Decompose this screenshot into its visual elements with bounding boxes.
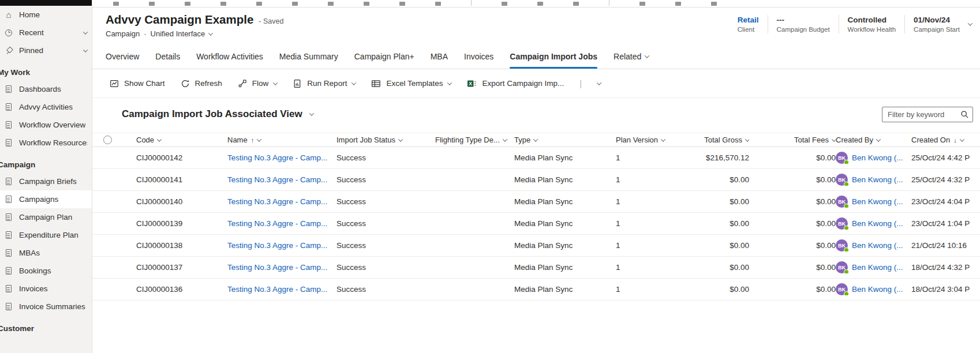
created-by-link[interactable]: Ben Kwong (... [852, 197, 903, 206]
record-link[interactable]: Testing No.3 Aggre - Camp... [227, 175, 327, 184]
created-by-link[interactable]: Ben Kwong (... [852, 219, 903, 228]
command-bar-icon[interactable] [149, 2, 155, 6]
clipped-command-bar [92, 0, 980, 7]
table-row[interactable]: CIJ00000137Testing No.3 Aggre - Camp...S… [92, 257, 980, 279]
sidebar-item-home[interactable]: ⌂Home [0, 6, 92, 24]
toolbar-export-campaign-imp-button[interactable]: XExport Campaign Imp... [467, 79, 564, 88]
column-header-code[interactable]: Code [136, 136, 227, 144]
column-header-type[interactable]: Type [514, 136, 616, 144]
toolbar-excel-templates-button[interactable]: Excel Templates [371, 79, 451, 88]
sidebar-item-dashboards[interactable]: Dashboards [0, 80, 92, 98]
created-by-link[interactable]: Ben Kwong (... [852, 241, 903, 250]
command-bar-icon[interactable] [185, 2, 190, 6]
clock-icon [4, 29, 13, 36]
tab-overview[interactable]: Overview [106, 44, 139, 69]
pin-icon [4, 47, 13, 54]
filter-box [882, 107, 973, 122]
select-all-checkbox[interactable] [103, 136, 112, 144]
toolbar-flow-button[interactable]: Flow [238, 79, 278, 88]
command-bar-icon[interactable] [537, 2, 543, 6]
sidebar-item-campaign-plan[interactable]: Campaign Plan [0, 208, 92, 226]
created-by-link[interactable]: Ben Kwong (... [852, 285, 903, 294]
command-bar-icon[interactable] [675, 2, 681, 6]
stat-value[interactable]: Retail [738, 16, 759, 24]
command-bar-icon[interactable] [292, 2, 298, 6]
cell-total_gross: $0.00 [681, 175, 749, 184]
record-link[interactable]: Testing No.3 Aggre - Camp... [227, 285, 327, 294]
command-bar-icon[interactable] [711, 2, 717, 6]
tab-mba[interactable]: MBA [431, 44, 448, 69]
sidebar-item-bookings[interactable]: Bookings [0, 262, 92, 280]
search-icon[interactable] [960, 110, 969, 121]
command-bar-icon[interactable] [573, 2, 579, 6]
table-row[interactable]: CIJ00000138Testing No.3 Aggre - Camp...S… [92, 235, 980, 257]
tab-media-summary[interactable]: Media Summary [279, 44, 338, 69]
command-bar-icon[interactable] [399, 2, 405, 6]
column-header-flighting-type-de[interactable]: Flighting Type De... [435, 136, 514, 144]
toolbar-show-chart-button[interactable]: Show Chart [110, 79, 165, 88]
column-header-label: Created By [836, 136, 873, 144]
avatar: BK [836, 217, 848, 230]
toolbar-refresh-button[interactable]: Refresh [181, 79, 222, 88]
record-link[interactable]: Testing No.3 Aggre - Camp... [227, 263, 327, 272]
sidebar-item-advvy-activities[interactable]: Advvy Activities [0, 98, 92, 116]
sidebar-item-invoices[interactable]: Invoices [0, 280, 92, 298]
table-row[interactable]: CIJ00000136Testing No.3 Aggre - Camp...S… [92, 279, 980, 301]
tab-details[interactable]: Details [155, 44, 180, 69]
tab-label: MBA [431, 52, 448, 61]
chevron-down-icon[interactable] [208, 31, 213, 35]
command-bar-icon[interactable] [364, 2, 369, 6]
table-row[interactable]: CIJ00000142Testing No.3 Aggre - Camp...S… [92, 147, 980, 169]
sidebar-item-campaign-briefs[interactable]: Campaign Briefs [0, 172, 92, 190]
sidebar-item-campaigns[interactable]: Campaigns [0, 190, 92, 208]
sidebar-item-workflow-resources[interactable]: Workflow Resources [0, 134, 92, 152]
sidebar-item-label: Invoices [19, 284, 48, 293]
header-collapse-chevron-icon[interactable] [968, 21, 972, 25]
record-link[interactable]: Testing No.3 Aggre - Camp... [227, 219, 327, 228]
record-link[interactable]: Testing No.3 Aggre - Camp... [227, 153, 327, 162]
tab-campaign-import-jobs[interactable]: Campaign Import Jobs [510, 44, 597, 69]
expenditure-plan-icon [4, 231, 13, 239]
column-header-plan-version[interactable]: Plan Version [616, 136, 681, 144]
created-by-link[interactable]: Ben Kwong (... [852, 153, 903, 162]
sidebar-item-pinned[interactable]: Pinned [0, 42, 92, 59]
column-header-import-job-status[interactable]: Import Job Status [336, 136, 435, 144]
column-header-created-on[interactable]: Created On↓ [911, 136, 980, 144]
toolbar-run-report-button[interactable]: Run Report [293, 79, 356, 88]
interface-switcher[interactable]: Unified Interface [151, 29, 205, 38]
command-bar-icon[interactable] [435, 2, 441, 6]
column-header-name[interactable]: Name↑ [227, 136, 336, 144]
column-header-total-fees[interactable]: Total Fees [749, 136, 836, 144]
view-selector[interactable]: Campaign Import Job Associated View [122, 108, 313, 120]
filter-keyword-input[interactable] [882, 107, 973, 122]
command-bar-icon[interactable] [502, 2, 507, 6]
toolbar-overflow-chevron-icon[interactable] [597, 80, 601, 85]
command-bar-icon[interactable] [256, 2, 262, 6]
tab-invoices[interactable]: Invoices [464, 44, 493, 69]
tab-related[interactable]: Related [614, 44, 649, 69]
table-row[interactable]: CIJ00000141Testing No.3 Aggre - Camp...S… [92, 169, 980, 191]
sidebar-item-expenditure-plan[interactable]: Expenditure Plan [0, 226, 92, 244]
chevron-down-icon[interactable] [83, 29, 88, 34]
sidebar-item-recent[interactable]: Recent [0, 24, 92, 42]
sidebar-item-invoice-summaries[interactable]: Invoice Summaries [0, 298, 92, 316]
tab-label: Details [155, 52, 180, 61]
column-header-total-gross[interactable]: Total Gross [681, 136, 749, 144]
created-by-link[interactable]: Ben Kwong (... [852, 175, 903, 184]
column-header-created-by[interactable]: Created By [836, 136, 911, 144]
cell-created_on: 23/Oct/24 1:04 P [911, 219, 980, 228]
command-bar-icon[interactable] [113, 2, 119, 6]
chevron-down-icon[interactable] [83, 47, 88, 52]
table-row[interactable]: CIJ00000139Testing No.3 Aggre - Camp...S… [92, 213, 980, 235]
created-by-link[interactable]: Ben Kwong (... [852, 263, 903, 272]
command-bar-icon[interactable] [328, 2, 334, 6]
sidebar-item-workflow-overview[interactable]: Workflow Overview [0, 116, 92, 134]
tab-campaign-plan[interactable]: Campaign Plan+ [354, 44, 414, 69]
record-link[interactable]: Testing No.3 Aggre - Camp... [227, 241, 327, 250]
command-bar-icon[interactable] [220, 2, 226, 6]
record-link[interactable]: Testing No.3 Aggre - Camp... [227, 197, 327, 206]
table-row[interactable]: CIJ00000140Testing No.3 Aggre - Camp...S… [92, 191, 980, 213]
command-bar-icon[interactable] [639, 2, 645, 6]
sidebar-item-mbas[interactable]: MBAs [0, 244, 92, 262]
tab-workflow-activities[interactable]: Workflow Activities [196, 44, 263, 69]
